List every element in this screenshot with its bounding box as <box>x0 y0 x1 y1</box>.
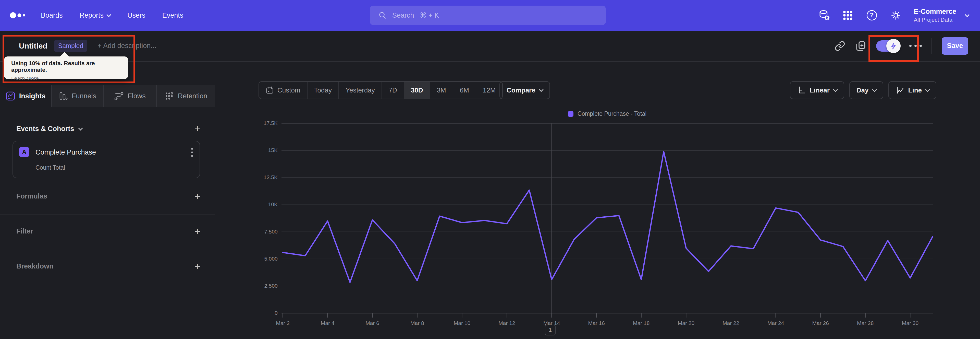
range-12m[interactable]: 12M <box>476 82 503 99</box>
nav-item-users[interactable]: Users <box>127 11 145 19</box>
chart-options: Linear Day Line <box>790 81 936 99</box>
nav-item-label: Events <box>162 11 183 19</box>
nav-item-events[interactable]: Events <box>162 11 183 19</box>
body: InsightsFunnelsFlowsRetention Events & C… <box>0 62 980 339</box>
settings-gear-icon[interactable] <box>890 9 902 21</box>
mixpanel-logo-icon[interactable] <box>10 11 26 19</box>
event-card[interactable]: A Complete Purchase Count Total <box>13 141 200 178</box>
event-kebab-menu-icon[interactable] <box>191 148 193 157</box>
chart-panel: CustomTodayYesterday7D30D3M6M12M Compare… <box>215 62 980 339</box>
nav-item-label: Reports <box>80 11 104 19</box>
insights-icon <box>6 91 15 101</box>
add-formula-button[interactable]: + <box>194 191 200 201</box>
copy-to-board-icon[interactable] <box>855 40 866 51</box>
x-tick-label: Mar 16 <box>579 320 614 326</box>
series-line <box>283 152 932 282</box>
y-tick-label: 7,500 <box>239 229 278 235</box>
calendar-icon <box>266 86 274 94</box>
add-event-button[interactable]: + <box>194 124 200 134</box>
range-label: Yesterday <box>345 86 375 94</box>
save-button[interactable]: Save <box>942 37 968 55</box>
report-title[interactable]: Untitled <box>19 42 48 50</box>
range-yesterday[interactable]: Yesterday <box>339 82 382 99</box>
range-label: 30D <box>411 86 423 94</box>
nav-item-reports[interactable]: Reports <box>80 11 111 19</box>
project-chevron-down-icon[interactable] <box>965 12 969 17</box>
event-metric[interactable]: Count Total <box>35 164 65 171</box>
range-6m[interactable]: 6M <box>453 82 476 99</box>
title-bar-actions: Save <box>834 37 980 55</box>
report-title-bar: Untitled Sampled + Add description... <box>0 30 980 62</box>
apps-grid-icon[interactable] <box>842 9 854 21</box>
filter-label: Filter <box>16 227 33 235</box>
retention-icon <box>165 91 174 101</box>
more-options-icon[interactable] <box>909 45 922 47</box>
range-7d[interactable]: 7D <box>382 82 404 99</box>
search-input[interactable]: Search ⌘ + K <box>370 6 606 25</box>
nav-item-boards[interactable]: Boards <box>41 11 63 19</box>
chevron-down-icon <box>107 12 111 17</box>
share-link-icon[interactable] <box>834 40 845 51</box>
formulas-section: Formulas + <box>16 189 200 204</box>
scale-label: Linear <box>810 86 830 94</box>
tab-label: Insights <box>19 92 46 100</box>
nav-item-label: Users <box>127 11 145 19</box>
range-30d[interactable]: 30D <box>404 82 430 99</box>
query-sidebar: InsightsFunnelsFlowsRetention Events & C… <box>0 62 215 339</box>
add-breakdown-button[interactable]: + <box>194 261 200 271</box>
x-tick-label: Mar 8 <box>399 320 435 326</box>
tab-label: Retention <box>178 92 207 100</box>
learn-more-link[interactable]: Learn More <box>11 75 38 82</box>
project-scope: All Project Data <box>914 17 956 23</box>
range-label: 6M <box>460 86 469 94</box>
scale-dropdown[interactable]: Linear <box>790 81 844 99</box>
lightning-bolt-icon <box>886 39 900 53</box>
add-description[interactable]: + Add description... <box>97 42 156 50</box>
y-tick-label: 17.5K <box>239 120 278 126</box>
y-tick-label: 15K <box>239 147 278 153</box>
x-tick-label: Mar 18 <box>624 320 659 326</box>
range-3m[interactable]: 3M <box>430 82 453 99</box>
line-chart[interactable] <box>282 118 933 322</box>
nav-items: BoardsReportsUsersEvents <box>41 11 183 19</box>
event-name[interactable]: Complete Purchase <box>35 149 96 156</box>
search-shortcut: ⌘ + K <box>420 11 439 19</box>
range-label: Custom <box>277 86 301 94</box>
chart-legend[interactable]: Complete Purchase - Total <box>282 110 933 117</box>
tab-retention[interactable]: Retention <box>157 85 215 107</box>
project-selector[interactable]: E-Commerce All Project Data <box>914 8 956 23</box>
pagination-page-button[interactable]: 1 <box>545 325 555 336</box>
events-cohorts-header: Events & Cohorts + <box>16 123 200 134</box>
tab-label: Flows <box>127 92 146 100</box>
flows-icon <box>115 91 124 101</box>
events-cohorts-title: Events & Cohorts <box>16 125 74 133</box>
range-label: 7D <box>389 86 397 94</box>
tab-flows[interactable]: Flows <box>104 85 157 107</box>
funnels-icon <box>59 91 68 101</box>
search-placeholder: Search <box>392 11 414 19</box>
flash-sampling-toggle[interactable] <box>876 40 900 51</box>
range-custom[interactable]: Custom <box>259 82 307 99</box>
chevron-down-icon <box>925 87 930 92</box>
interval-dropdown[interactable]: Day <box>850 81 883 99</box>
range-today[interactable]: Today <box>307 82 339 99</box>
data-sources-icon[interactable] <box>818 9 830 21</box>
report-type-tabs: InsightsFunnelsFlowsRetention <box>0 85 215 107</box>
sampling-tooltip-text: Using 10% of data. Results are approxima… <box>11 60 128 73</box>
tab-funnels[interactable]: Funnels <box>52 85 104 107</box>
compare-dropdown[interactable]: Compare <box>500 81 550 99</box>
events-cohorts-chevron-down-icon[interactable] <box>78 126 83 130</box>
chevron-down-icon <box>539 87 543 92</box>
x-tick-label: Mar 2 <box>265 320 301 326</box>
tab-insights[interactable]: Insights <box>0 85 52 107</box>
add-filter-button[interactable]: + <box>194 226 200 236</box>
range-label: 3M <box>437 86 446 94</box>
y-tick-label: 10K <box>239 201 278 208</box>
top-nav: BoardsReportsUsersEvents Search ⌘ + K <box>0 0 980 30</box>
x-tick-label: Mar 20 <box>668 320 704 326</box>
chart-type-dropdown[interactable]: Line <box>888 81 936 99</box>
x-tick-label: Mar 6 <box>355 320 390 326</box>
sampled-badge[interactable]: Sampled <box>54 40 88 52</box>
x-tick-label: Mar 26 <box>803 320 838 326</box>
help-icon[interactable]: ? <box>865 9 878 21</box>
